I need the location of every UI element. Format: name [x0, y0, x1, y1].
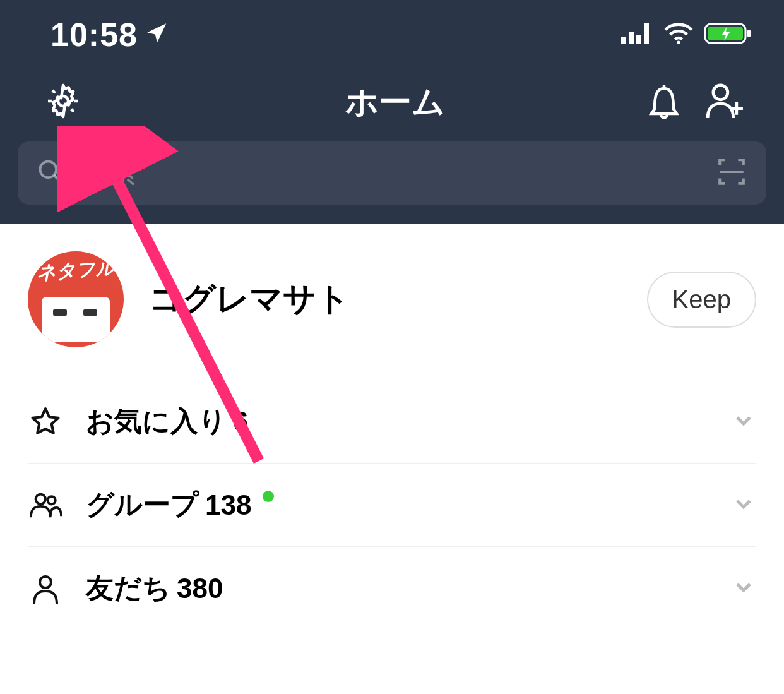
search-placeholder: 検索	[81, 155, 699, 192]
settings-icon[interactable]	[44, 82, 82, 123]
qr-scan-icon[interactable]	[716, 156, 747, 190]
svg-rect-8	[747, 30, 751, 37]
svg-rect-0	[621, 37, 626, 44]
chevron-down-icon	[731, 575, 756, 602]
avatar[interactable]: ネタフル	[28, 251, 124, 347]
avatar-label: ネタフル	[28, 254, 124, 287]
svg-point-5	[677, 41, 680, 44]
search-input[interactable]: 検索	[18, 141, 766, 205]
bell-icon[interactable]	[645, 80, 683, 125]
add-friend-icon[interactable]	[704, 80, 746, 125]
wifi-icon	[664, 23, 693, 47]
svg-rect-1	[629, 32, 634, 44]
content: ネタフル コグレマサト Keep お気に入り 6	[0, 224, 784, 630]
search-icon	[37, 158, 64, 188]
status-time: 10:58	[50, 16, 138, 54]
search-container: 検索	[0, 141, 784, 224]
star-icon	[28, 406, 63, 438]
section-count: 380	[177, 573, 223, 604]
group-icon	[28, 490, 63, 520]
profile-name: コグレマサト	[149, 277, 622, 321]
app-header: 10:58	[0, 0, 784, 224]
svg-rect-4	[636, 27, 641, 35]
svg-point-14	[40, 577, 51, 588]
chevron-down-icon	[731, 491, 756, 519]
section-label: お気に入り	[86, 403, 227, 440]
battery-charging-icon	[704, 22, 752, 47]
svg-point-13	[47, 496, 55, 504]
status-left: 10:58	[50, 16, 169, 54]
notification-dot-icon	[263, 491, 274, 502]
section-list: お気に入り 6 グループ 138	[28, 380, 756, 630]
status-bar: 10:58	[0, 0, 784, 63]
section-favorites[interactable]: お気に入り 6	[28, 380, 756, 463]
section-friends[interactable]: 友だち 380	[28, 546, 756, 630]
location-arrow-icon	[145, 21, 169, 48]
svg-point-11	[40, 162, 57, 178]
svg-point-12	[36, 494, 45, 503]
cellular-signal-icon	[621, 23, 653, 47]
status-right	[621, 22, 752, 47]
chevron-down-icon	[731, 408, 756, 436]
keep-button[interactable]: Keep	[647, 272, 756, 328]
section-label: グループ	[86, 486, 199, 523]
nav-bar: ホーム	[0, 63, 784, 141]
svg-rect-3	[644, 23, 649, 44]
person-icon	[28, 572, 63, 605]
section-count: 138	[205, 489, 251, 521]
page-title: ホーム	[158, 80, 633, 124]
svg-point-10	[713, 85, 728, 100]
section-groups[interactable]: グループ 138	[28, 463, 756, 546]
section-label: 友だち	[86, 570, 170, 607]
profile-row[interactable]: ネタフル コグレマサト Keep	[28, 224, 756, 380]
section-count: 6	[233, 406, 248, 438]
